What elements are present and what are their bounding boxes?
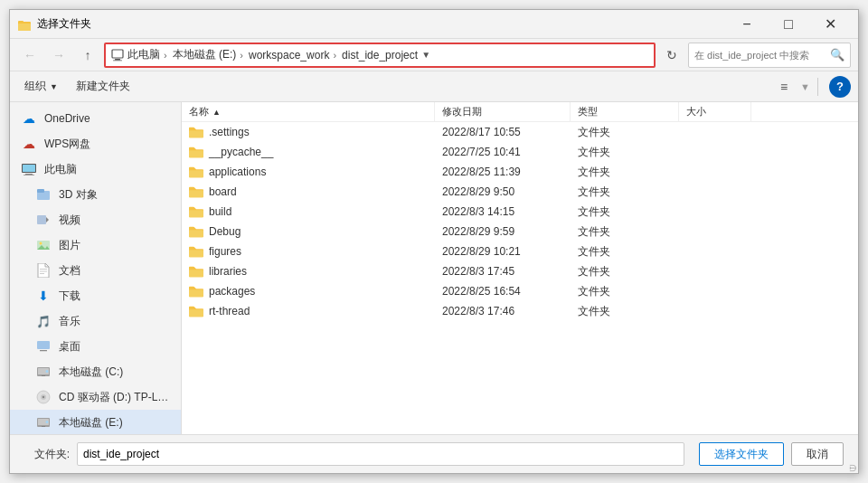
svg-point-25 (46, 370, 49, 373)
address-part-4[interactable]: dist_ide_project ▼ (342, 49, 430, 62)
music-icon: 🎵 (35, 313, 52, 329)
col-header-name[interactable]: 名称 ▲ (182, 102, 435, 121)
sidebar-item-cdd[interactable]: CD 驱动器 (D:) TP-LINK (10, 384, 181, 410)
svg-rect-36 (189, 190, 203, 197)
table-row[interactable]: rt-thread 2022/8/3 17:46 文件夹 (182, 301, 858, 321)
search-icon[interactable]: 🔍 (830, 48, 844, 62)
close-button[interactable]: ✕ (809, 10, 851, 39)
file-size (679, 182, 751, 202)
file-size (679, 281, 751, 301)
folder-input[interactable] (77, 442, 684, 466)
table-row[interactable]: board 2022/8/29 9:50 文件夹 (182, 182, 858, 202)
sidebar-item-video[interactable]: 视频 (10, 207, 181, 232)
svg-point-15 (40, 242, 42, 245)
file-name: Debug (182, 222, 435, 242)
table-row[interactable]: Debug 2022/8/29 9:59 文件夹 (182, 222, 858, 242)
onedrive-icon: ☁ (21, 110, 37, 127)
svg-rect-4 (115, 59, 120, 61)
address-part-1[interactable]: 此电脑 › (127, 47, 169, 62)
download-icon: ⬇ (35, 288, 52, 304)
svg-rect-19 (40, 273, 44, 274)
address-part-2[interactable]: 本地磁盘 (E:) › (173, 47, 245, 62)
sidebar-item-document[interactable]: 文档 (10, 258, 181, 283)
organize-dropdown-icon: ▼ (50, 82, 58, 91)
col-header-date[interactable]: 修改日期 (435, 102, 571, 121)
organize-button[interactable]: 组织 ▼ (17, 75, 65, 99)
help-button[interactable]: ? (829, 76, 851, 98)
file-name: rt-thread (182, 301, 435, 321)
file-date: 2022/8/29 9:59 (435, 222, 571, 242)
up-button[interactable]: ↑ (75, 43, 100, 68)
dialog-icon (17, 17, 32, 32)
table-row[interactable]: figures 2022/8/29 10:21 文件夹 (182, 242, 858, 261)
file-size (679, 301, 751, 321)
svg-rect-2 (18, 21, 24, 24)
view-button[interactable]: ≡ (771, 74, 797, 99)
computer-icon (111, 49, 124, 62)
locale-icon (35, 414, 52, 431)
file-type: 文件夹 (571, 222, 679, 242)
file-name: __pycache__ (182, 142, 435, 162)
file-type: 文件夹 (571, 202, 679, 222)
file-type: 文件夹 (571, 301, 679, 321)
file-type: 文件夹 (571, 122, 679, 142)
search-box[interactable]: 🔍 (688, 43, 851, 68)
picture-icon (35, 237, 52, 253)
maximize-button[interactable]: □ (768, 10, 809, 39)
table-row[interactable]: .settings 2022/8/17 10:55 文件夹 (182, 122, 858, 142)
file-type: 文件夹 (571, 281, 679, 301)
sidebar-item-thispc[interactable]: 此电脑 (10, 156, 181, 182)
table-row[interactable]: libraries 2022/8/3 17:45 文件夹 (182, 261, 858, 281)
file-size (679, 162, 751, 182)
view-dropdown-icon: ▼ (800, 81, 810, 92)
minimize-button[interactable]: − (726, 10, 768, 39)
table-row[interactable]: build 2022/8/3 14:15 文件夹 (182, 202, 858, 222)
col-header-type[interactable]: 类型 (571, 102, 679, 121)
forward-button[interactable]: → (46, 43, 71, 68)
sidebar-item-desktop[interactable]: 桌面 (10, 334, 181, 359)
sidebar-item-3d[interactable]: 3D 对象 (10, 182, 181, 207)
svg-rect-20 (37, 341, 50, 349)
col-header-size[interactable]: 大小 (679, 102, 751, 121)
sidebar-item-picture[interactable]: 图片 (10, 232, 181, 258)
file-size (679, 202, 751, 222)
sidebar-item-wps[interactable]: ☁ WPS网盘 (10, 131, 181, 156)
svg-rect-24 (42, 375, 45, 376)
file-name: build (182, 202, 435, 222)
file-type: 文件夹 (571, 261, 679, 281)
file-date: 2022/7/25 10:41 (435, 142, 571, 162)
cancel-button[interactable]: 取消 (791, 442, 844, 466)
file-name: board (182, 182, 435, 202)
sort-arrow-icon: ▲ (212, 108, 221, 117)
svg-rect-5 (113, 60, 122, 61)
localc-icon (35, 364, 52, 380)
file-list: .settings 2022/8/17 10:55 文件夹 __pycache_… (182, 122, 858, 434)
svg-rect-18 (40, 271, 47, 272)
resize-handle[interactable]: ⋻ (847, 462, 858, 473)
cdd-icon (35, 389, 52, 405)
search-input[interactable] (694, 50, 826, 61)
title-bar: 选择文件夹 − □ ✕ (10, 10, 858, 39)
back-button[interactable]: ← (17, 43, 42, 68)
sidebar: ☁ OneDrive ☁ WPS网盘 此电脑 (10, 102, 182, 434)
column-headers: 名称 ▲ 修改日期 类型 大小 (182, 102, 858, 122)
svg-point-28 (42, 396, 44, 398)
table-row[interactable]: applications 2022/8/25 11:39 文件夹 (182, 162, 858, 182)
file-size (679, 261, 751, 281)
address-bar[interactable]: 此电脑 › 本地磁盘 (E:) › workspace_work › dist_… (104, 43, 656, 68)
refresh-button[interactable]: ↻ (659, 43, 684, 68)
select-folder-button[interactable]: 选择文件夹 (699, 442, 784, 466)
sidebar-item-localc[interactable]: 本地磁盘 (C:) (10, 359, 181, 384)
sidebar-item-onedrive[interactable]: ☁ OneDrive (10, 106, 181, 131)
sidebar-item-download[interactable]: ⬇ 下载 (10, 283, 181, 308)
table-row[interactable]: packages 2022/8/25 16:54 文件夹 (182, 281, 858, 301)
address-part-3[interactable]: workspace_work › (249, 49, 338, 62)
wps-icon: ☁ (21, 136, 37, 152)
file-size (679, 242, 751, 261)
sidebar-item-locale[interactable]: 本地磁盘 (E:) (10, 410, 181, 434)
file-name: .settings (182, 122, 435, 142)
svg-rect-7 (23, 165, 35, 172)
table-row[interactable]: __pycache__ 2022/7/25 10:41 文件夹 (182, 142, 858, 162)
new-folder-button[interactable]: 新建文件夹 (69, 75, 137, 99)
sidebar-item-music[interactable]: 🎵 音乐 (10, 308, 181, 334)
